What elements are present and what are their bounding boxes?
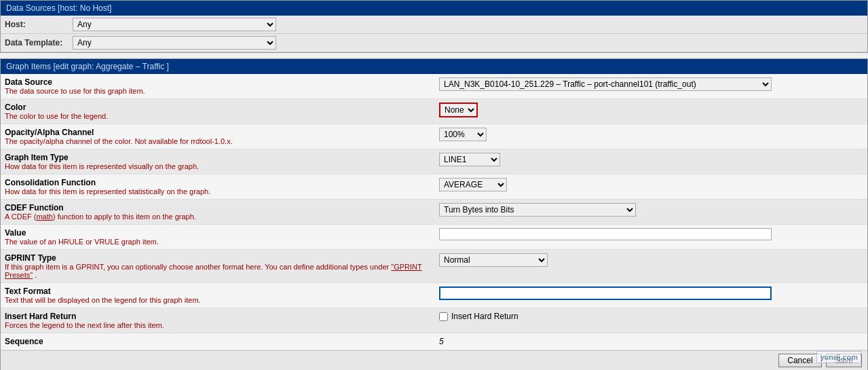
insert-hard-return-checkbox[interactable] — [439, 312, 448, 321]
opacity-desc: The opacity/alpha channel of the color. … — [5, 137, 432, 145]
gprint-title: GPRINT Type — [5, 253, 432, 263]
sequence-input-col: 5 — [439, 337, 863, 346]
color-select[interactable]: None — [440, 104, 476, 116]
consolidation-row: Consolidation Function How data for this… — [1, 174, 867, 200]
data-template-select[interactable]: Any — [73, 36, 276, 50]
data-source-select[interactable]: LAN_N3K_B0104-10_251.229 – Traffic – por… — [439, 77, 772, 91]
cdef-desc: A CDEF (math) function to apply to this … — [5, 212, 432, 221]
host-select[interactable]: Any — [73, 18, 276, 31]
opacity-input-col: 100% — [439, 128, 863, 141]
graph-items-title: Graph Items — [6, 62, 51, 71]
data-sources-subtitle: [host: No Host] — [58, 3, 111, 13]
graph-item-type-label-col: Graph Item Type How data for this item i… — [5, 153, 439, 170]
sequence-label-col: Sequence — [5, 337, 439, 346]
opacity-row: Opacity/Alpha Channel The opacity/alpha … — [1, 124, 867, 149]
consolidation-input-col: AVERAGE — [439, 178, 863, 191]
consolidation-select[interactable]: AVERAGE — [439, 178, 507, 191]
insert-hard-return-label: Insert Hard Return — [451, 312, 518, 321]
sequence-value: 5 — [439, 337, 444, 346]
graph-items-header: Graph Items [edit graph: Aggregate – Tra… — [1, 59, 867, 74]
value-label-col: Value The value of an HRULE or VRULE gra… — [5, 228, 439, 246]
consolidation-desc: How data for this item is represented st… — [5, 187, 432, 196]
text-format-title: Text Format — [5, 286, 432, 296]
sequence-title: Sequence — [5, 337, 432, 346]
text-format-row: Text Format Text that will be displayed … — [1, 283, 867, 308]
data-source-row: Data Source The data source to use for t… — [1, 74, 867, 99]
gprint-desc: If this graph item is a GPRINT, you can … — [5, 263, 432, 279]
data-template-row: Data Template: Any — [1, 34, 867, 52]
data-source-input-col: LAN_N3K_B0104-10_251.229 – Traffic – por… — [439, 77, 863, 91]
consolidation-label-col: Consolidation Function How data for this… — [5, 178, 439, 196]
cdef-input-col: Turn Bytes into Bits — [439, 203, 863, 217]
data-source-label-col: Data Source The data source to use for t… — [5, 77, 439, 95]
graph-item-type-desc: How data for this item is represented vi… — [5, 162, 432, 170]
gprint-row: GPRINT Type If this graph item is a GPRI… — [1, 250, 867, 283]
sequence-row: Sequence 5 — [1, 333, 867, 350]
gprint-input-col: Normal — [439, 253, 863, 267]
gprint-select[interactable]: Normal — [439, 253, 548, 267]
opacity-title: Opacity/Alpha Channel — [5, 128, 432, 137]
host-row: Host: Any — [1, 16, 867, 34]
insert-hard-return-title: Insert Hard Return — [5, 312, 432, 321]
cdef-row: CDEF Function A CDEF (math) function to … — [1, 200, 867, 225]
color-select-wrapper: None — [439, 103, 478, 117]
color-input-col: None — [439, 103, 863, 117]
data-sources-section: Data Sources [host: No Host] Host: Any D… — [0, 0, 868, 53]
text-format-label-col: Text Format Text that will be displayed … — [5, 286, 439, 304]
color-label-col: Color The color to use for the legend. — [5, 103, 439, 120]
footer-bar: Cancel Save — [1, 350, 867, 370]
opacity-select[interactable]: 100% — [439, 128, 487, 141]
cdef-label-col: CDEF Function A CDEF (math) function to … — [5, 203, 439, 221]
consolidation-title: Consolidation Function — [5, 178, 432, 187]
insert-hard-return-row: Insert Hard Return Forces the legend to … — [1, 308, 867, 333]
value-input-col — [439, 228, 863, 240]
value-desc: The value of an HRULE or VRULE graph ite… — [5, 238, 432, 246]
graph-item-type-input-col: LINE1 — [439, 153, 863, 166]
insert-hard-return-desc: Forces the legend to the next line after… — [5, 321, 432, 329]
insert-hard-return-input-col: Insert Hard Return — [439, 312, 863, 321]
color-row: Color The color to use for the legend. N… — [1, 99, 867, 124]
data-source-title: Data Source — [5, 77, 432, 87]
graph-item-type-title: Graph Item Type — [5, 153, 432, 162]
insert-hard-return-label-col: Insert Hard Return Forces the legend to … — [5, 312, 439, 329]
value-title: Value — [5, 228, 432, 238]
graph-items-subtitle: [edit graph: Aggregate – Traffic ] — [53, 62, 169, 71]
opacity-label-col: Opacity/Alpha Channel The opacity/alpha … — [5, 128, 439, 145]
data-template-label: Data Template: — [5, 38, 73, 48]
data-sources-header: Data Sources [host: No Host] — [1, 1, 867, 16]
gprint-label-col: GPRINT Type If this graph item is a GPRI… — [5, 253, 439, 279]
text-format-input[interactable] — [439, 286, 772, 300]
graph-items-section: Graph Items [edit graph: Aggregate – Tra… — [0, 58, 868, 370]
cancel-button[interactable]: Cancel — [778, 354, 821, 367]
value-input[interactable] — [439, 228, 772, 240]
value-row: Value The value of an HRULE or VRULE gra… — [1, 225, 867, 250]
data-source-desc: The data source to use for this graph it… — [5, 87, 432, 95]
host-label: Host: — [5, 20, 73, 29]
watermark: yunrij.com — [816, 351, 861, 363]
graph-item-type-select[interactable]: LINE1 — [439, 153, 500, 166]
graph-item-type-row: Graph Item Type How data for this item i… — [1, 149, 867, 174]
color-desc: The color to use for the legend. — [5, 112, 432, 120]
color-title: Color — [5, 103, 432, 112]
text-format-desc: Text that will be displayed on the legen… — [5, 296, 432, 304]
cdef-link[interactable]: math — [36, 212, 52, 221]
cdef-select[interactable]: Turn Bytes into Bits — [439, 203, 636, 217]
data-sources-title: Data Sources — [6, 3, 56, 13]
cdef-title: CDEF Function — [5, 203, 432, 212]
text-format-input-col — [439, 286, 863, 300]
